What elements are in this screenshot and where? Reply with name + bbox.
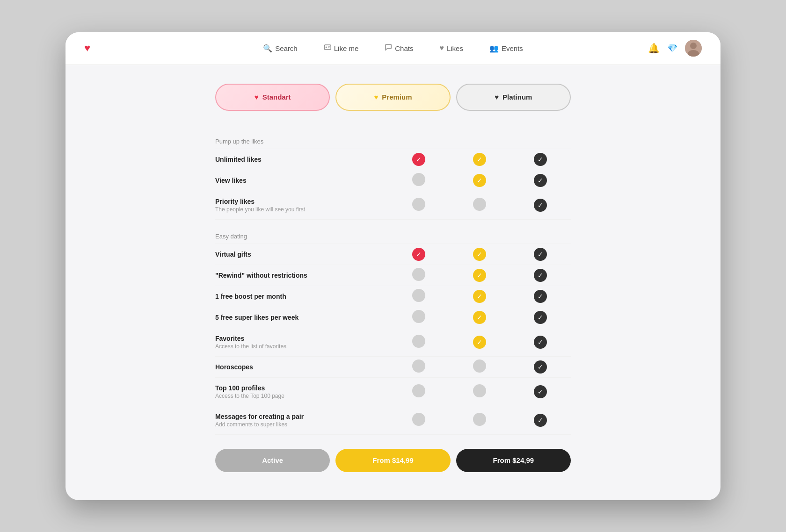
check-active-dark: ✓ bbox=[534, 174, 547, 187]
check-active-dark: ✓ bbox=[534, 360, 547, 374]
check-inactive bbox=[412, 268, 425, 281]
logo-heart-icon: ♥ bbox=[84, 42, 90, 54]
feature-name: Unlimited likes bbox=[215, 156, 379, 163]
nav-likes-label: Likes bbox=[447, 44, 463, 52]
check-cell bbox=[449, 406, 510, 434]
check-cell bbox=[449, 191, 510, 219]
svg-point-1 bbox=[325, 47, 327, 48]
nav-events-label: Events bbox=[502, 44, 523, 52]
check-cell bbox=[449, 356, 510, 377]
check-active-dark: ✓ bbox=[534, 311, 547, 324]
check-inactive bbox=[412, 289, 425, 302]
feature-name: 1 free boost per month bbox=[215, 293, 379, 300]
check-cell: ✓ bbox=[449, 307, 510, 328]
feature-name: 5 free super likes per week bbox=[215, 314, 379, 321]
table-row: "Rewind" without restrictions✓✓ bbox=[215, 265, 571, 286]
check-cell bbox=[388, 265, 449, 286]
check-inactive bbox=[412, 310, 425, 323]
check-cell: ✓ bbox=[388, 244, 449, 265]
check-cell: ✓ bbox=[449, 286, 510, 307]
premium-icon: ♥ bbox=[374, 93, 378, 101]
table-row: Messages for creating a pairAdd comments… bbox=[215, 406, 571, 434]
feature-desc: Access to the Top 100 page bbox=[215, 393, 379, 399]
tab-premium[interactable]: ♥ Premium bbox=[335, 84, 450, 111]
nav-chats-label: Chats bbox=[395, 44, 413, 52]
check-cell: ✓ bbox=[449, 265, 510, 286]
check-cell bbox=[449, 377, 510, 406]
check-cell: ✓ bbox=[510, 286, 571, 307]
nav-search-label: Search bbox=[275, 44, 298, 52]
check-active-dark: ✓ bbox=[534, 269, 547, 282]
table-row: 5 free super likes per week✓✓ bbox=[215, 307, 571, 328]
check-inactive bbox=[412, 335, 425, 348]
user-avatar[interactable] bbox=[685, 40, 702, 57]
search-icon: 🔍 bbox=[263, 44, 272, 53]
nav-right: 🔔 💎 bbox=[648, 40, 702, 57]
check-cell: ✓ bbox=[510, 307, 571, 328]
feature-name: View likes bbox=[215, 177, 379, 184]
check-active-red: ✓ bbox=[412, 153, 425, 166]
nav-center: 🔍 Search Like me bbox=[258, 41, 528, 56]
check-cell: ✓ bbox=[510, 170, 571, 191]
svg-point-5 bbox=[690, 43, 697, 49]
nav-item-likes[interactable]: ♥ Likes bbox=[435, 41, 468, 55]
table-row: Top 100 profilesAccess to the Top 100 pa… bbox=[215, 377, 571, 406]
cta-active-btn[interactable]: Active bbox=[215, 449, 330, 472]
nav-item-like-me[interactable]: Like me bbox=[319, 41, 364, 56]
check-cell: ✓ bbox=[510, 328, 571, 356]
standart-icon: ♥ bbox=[255, 93, 259, 101]
standart-label: Standart bbox=[262, 93, 291, 101]
check-active-dark: ✓ bbox=[534, 385, 547, 398]
check-cell bbox=[388, 307, 449, 328]
nav-item-chats[interactable]: Chats bbox=[380, 41, 418, 56]
check-active-yellow: ✓ bbox=[473, 153, 486, 166]
check-cell bbox=[388, 170, 449, 191]
table-row: 1 free boost per month✓✓ bbox=[215, 286, 571, 307]
premium-label: Premium bbox=[382, 93, 412, 101]
diamond-icon[interactable]: 💎 bbox=[667, 43, 677, 53]
check-cell: ✓ bbox=[449, 328, 510, 356]
check-cell bbox=[388, 356, 449, 377]
check-inactive bbox=[412, 384, 425, 397]
check-active-dark: ✓ bbox=[534, 414, 547, 427]
check-inactive bbox=[412, 173, 425, 186]
nav-like-me-label: Like me bbox=[334, 44, 359, 52]
section-label-row: Easy dating bbox=[215, 219, 571, 244]
check-active-yellow: ✓ bbox=[473, 290, 486, 303]
check-active-dark: ✓ bbox=[534, 248, 547, 261]
nav-logo[interactable]: ♥ bbox=[84, 42, 90, 54]
top-nav: ♥ 🔍 Search Like me bbox=[66, 32, 720, 65]
tab-standart[interactable]: ♥ Standart bbox=[215, 84, 330, 111]
check-cell: ✓ bbox=[449, 244, 510, 265]
cta-platinum-btn[interactable]: From $24,99 bbox=[456, 449, 571, 472]
nav-item-search[interactable]: 🔍 Search bbox=[258, 41, 302, 56]
check-cell: ✓ bbox=[510, 149, 571, 170]
events-icon: 👥 bbox=[489, 44, 499, 53]
section-label: Easy dating bbox=[215, 228, 571, 244]
features-table: Pump up the likesUnlimited likes✓✓✓View … bbox=[215, 125, 571, 435]
check-cell: ✓ bbox=[510, 406, 571, 434]
like-me-icon bbox=[324, 43, 331, 53]
check-active-red: ✓ bbox=[412, 248, 425, 261]
feature-desc: Access to the list of favorites bbox=[215, 343, 379, 350]
table-row: View likes✓✓ bbox=[215, 170, 571, 191]
check-cell: ✓ bbox=[510, 191, 571, 219]
check-active-yellow: ✓ bbox=[473, 336, 486, 349]
check-cell: ✓ bbox=[510, 244, 571, 265]
table-row: Horoscopes✓ bbox=[215, 356, 571, 377]
pricing-container: ♥ Standart ♥ Premium ♥ Platinum Pump up … bbox=[215, 84, 571, 472]
cta-premium-btn[interactable]: From $14,99 bbox=[335, 449, 450, 472]
check-cell: ✓ bbox=[510, 377, 571, 406]
check-inactive bbox=[412, 359, 425, 373]
check-active-dark: ✓ bbox=[534, 199, 547, 212]
check-cell: ✓ bbox=[388, 149, 449, 170]
bell-icon[interactable]: 🔔 bbox=[648, 43, 660, 54]
likes-icon: ♥ bbox=[439, 44, 444, 52]
check-active-yellow: ✓ bbox=[473, 248, 486, 261]
check-cell bbox=[388, 328, 449, 356]
nav-item-events[interactable]: 👥 Events bbox=[485, 41, 528, 56]
platinum-label: Platinum bbox=[502, 93, 532, 101]
feature-name: "Rewind" without restrictions bbox=[215, 272, 379, 279]
tab-platinum[interactable]: ♥ Platinum bbox=[456, 84, 571, 111]
check-inactive bbox=[473, 198, 486, 211]
